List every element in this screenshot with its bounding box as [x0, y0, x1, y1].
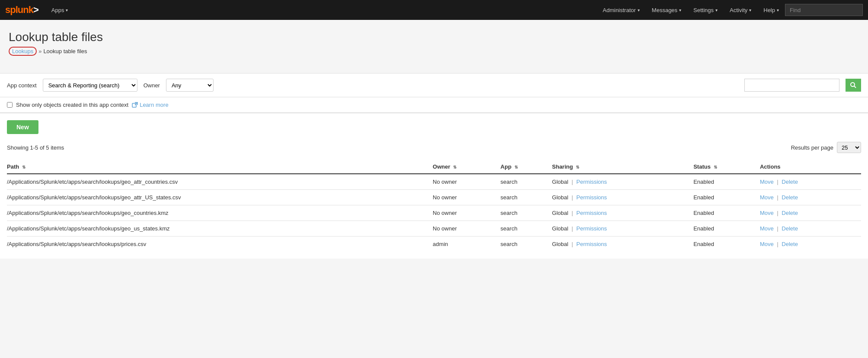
- cell-actions: Move | Delete: [760, 174, 861, 190]
- table-body: /Applications/Splunk/etc/apps/search/loo…: [7, 174, 861, 252]
- sort-icon: ⇅: [576, 165, 579, 169]
- chevron-down-icon: ▾: [777, 8, 779, 13]
- topnav: splunk> Apps ▾ Administrator ▾ Messages …: [0, 0, 868, 20]
- app-context-label: App context: [7, 82, 37, 89]
- table-row: /Applications/Splunk/etc/apps/search/loo…: [7, 205, 861, 221]
- delete-link[interactable]: Delete: [782, 225, 798, 232]
- delete-link[interactable]: Delete: [782, 210, 798, 216]
- cell-owner: No owner: [433, 221, 501, 237]
- page-header: Lookup table files Lookups » Lookup tabl…: [0, 20, 868, 73]
- cell-app: search: [501, 190, 552, 205]
- table-row: /Applications/Splunk/etc/apps/search/loo…: [7, 221, 861, 237]
- breadcrumb-lookups-link[interactable]: Lookups: [9, 47, 37, 56]
- app-context-filter-checkbox[interactable]: [7, 102, 13, 108]
- breadcrumb-current: Lookup table files: [43, 48, 87, 54]
- col-sharing[interactable]: Sharing ⇅: [552, 160, 693, 174]
- cell-status: Enabled: [693, 174, 760, 190]
- move-link[interactable]: Move: [760, 194, 774, 201]
- permissions-link[interactable]: Permissions: [576, 210, 607, 216]
- nav-help[interactable]: Help ▾: [757, 0, 785, 20]
- external-link-icon: [132, 102, 138, 108]
- cell-path: /Applications/Splunk/etc/apps/search/loo…: [7, 237, 433, 252]
- cell-actions: Move | Delete: [760, 237, 861, 252]
- results-per-page: Results per page 25 10 50 100: [791, 142, 861, 153]
- cell-app: search: [501, 174, 552, 190]
- table-search-input[interactable]: [744, 79, 839, 92]
- filter-bar: App context Search & Reporting (search) …: [0, 73, 868, 97]
- search-icon: [850, 82, 857, 89]
- cell-path: /Applications/Splunk/etc/apps/search/loo…: [7, 190, 433, 205]
- table-row: /Applications/Splunk/etc/apps/search/loo…: [7, 174, 861, 190]
- nav-activity[interactable]: Activity ▾: [724, 0, 757, 20]
- results-per-page-select[interactable]: 25 10 50 100: [837, 142, 861, 153]
- svg-line-1: [854, 86, 856, 88]
- cell-path: /Applications/Splunk/etc/apps/search/loo…: [7, 205, 433, 221]
- app-context-select[interactable]: Search & Reporting (search) All: [43, 79, 137, 92]
- cell-status: Enabled: [693, 221, 760, 237]
- cell-owner: No owner: [433, 190, 501, 205]
- col-path[interactable]: Path ⇅: [7, 160, 433, 174]
- svg-point-0: [851, 83, 855, 86]
- move-link[interactable]: Move: [760, 210, 774, 216]
- cell-actions: Move | Delete: [760, 221, 861, 237]
- cell-sharing: Global | Permissions: [552, 174, 693, 190]
- nav-settings[interactable]: Settings ▾: [687, 0, 724, 20]
- cell-owner: No owner: [433, 205, 501, 221]
- sort-icon: ⇅: [22, 165, 26, 169]
- nav-apps[interactable]: Apps ▾: [45, 0, 74, 20]
- cell-path: /Applications/Splunk/etc/apps/search/loo…: [7, 221, 433, 237]
- cell-sharing: Global | Permissions: [552, 237, 693, 252]
- checkbox-label: Show only objects created in this app co…: [16, 102, 128, 108]
- sort-icon: ⇅: [714, 165, 717, 169]
- col-status[interactable]: Status ⇅: [693, 160, 760, 174]
- results-per-page-label: Results per page: [791, 144, 833, 151]
- cell-status: Enabled: [693, 237, 760, 252]
- delete-link[interactable]: Delete: [782, 179, 798, 185]
- sort-icon: ⇅: [514, 165, 518, 169]
- nav-administrator[interactable]: Administrator ▾: [597, 0, 646, 20]
- permissions-link[interactable]: Permissions: [576, 179, 607, 185]
- breadcrumb-separator: »: [38, 48, 41, 54]
- permissions-link[interactable]: Permissions: [576, 194, 607, 201]
- move-link[interactable]: Move: [760, 179, 774, 185]
- checkbox-row: Show only objects created in this app co…: [0, 97, 868, 113]
- cell-owner: No owner: [433, 174, 501, 190]
- sort-icon: ⇅: [453, 165, 456, 169]
- results-info-row: Showing 1-5 of 5 items Results per page …: [7, 142, 861, 153]
- delete-link[interactable]: Delete: [782, 241, 798, 247]
- cell-sharing: Global | Permissions: [552, 205, 693, 221]
- breadcrumb: Lookups » Lookup table files: [9, 47, 859, 56]
- owner-label: Owner: [144, 82, 160, 89]
- move-link[interactable]: Move: [760, 225, 774, 232]
- global-search-input[interactable]: [785, 4, 863, 16]
- delete-link[interactable]: Delete: [782, 194, 798, 201]
- cell-sharing: Global | Permissions: [552, 221, 693, 237]
- permissions-link[interactable]: Permissions: [576, 225, 607, 232]
- table-header: Path ⇅ Owner ⇅ App ⇅ Sharing ⇅ Status: [7, 160, 861, 174]
- cell-sharing: Global | Permissions: [552, 190, 693, 205]
- main-area: New Showing 1-5 of 5 items Results per p…: [0, 113, 868, 259]
- permissions-link[interactable]: Permissions: [576, 241, 607, 247]
- col-actions: Actions: [760, 160, 861, 174]
- splunk-logo: splunk>: [5, 4, 38, 16]
- chevron-down-icon: ▾: [715, 8, 718, 13]
- page-title: Lookup table files: [9, 30, 859, 44]
- table-row: /Applications/Splunk/etc/apps/search/loo…: [7, 190, 861, 205]
- lookup-table: Path ⇅ Owner ⇅ App ⇅ Sharing ⇅ Status: [7, 160, 861, 252]
- move-link[interactable]: Move: [760, 241, 774, 247]
- learn-more-link[interactable]: Learn more: [132, 102, 168, 108]
- new-button[interactable]: New: [7, 120, 38, 134]
- cell-app: search: [501, 221, 552, 237]
- nav-messages[interactable]: Messages ▾: [646, 0, 687, 20]
- chevron-down-icon: ▾: [66, 8, 68, 13]
- table-row: /Applications/Splunk/etc/apps/search/loo…: [7, 237, 861, 252]
- owner-select[interactable]: Any admin No owner: [166, 79, 214, 92]
- chevron-down-icon: ▾: [749, 8, 751, 13]
- cell-app: search: [501, 237, 552, 252]
- chevron-down-icon: ▾: [638, 8, 640, 13]
- col-app[interactable]: App ⇅: [501, 160, 552, 174]
- search-button[interactable]: [846, 79, 861, 92]
- col-owner[interactable]: Owner ⇅: [433, 160, 501, 174]
- chevron-down-icon: ▾: [679, 8, 681, 13]
- cell-actions: Move | Delete: [760, 190, 861, 205]
